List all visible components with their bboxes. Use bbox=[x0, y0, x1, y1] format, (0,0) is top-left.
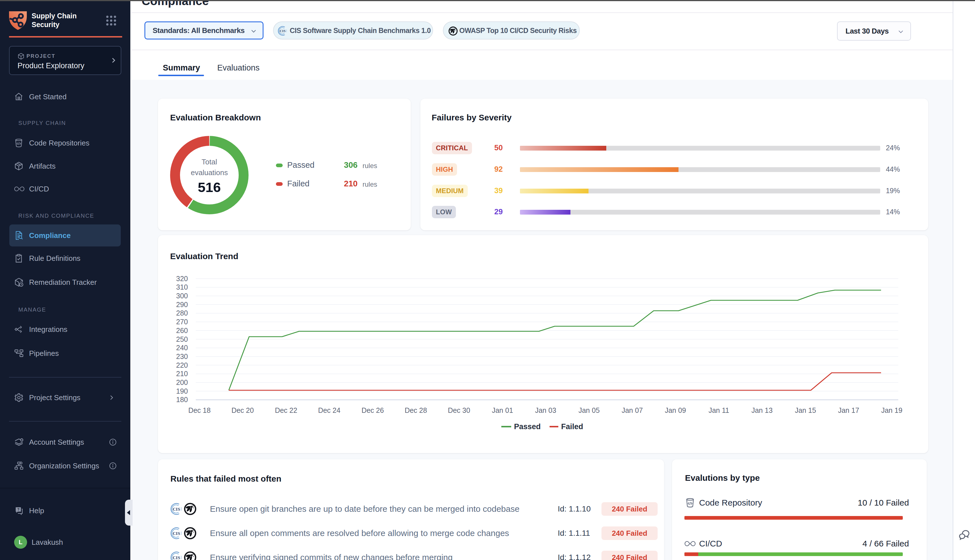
svg-text:200: 200 bbox=[176, 378, 188, 386]
svg-text:Jan 09: Jan 09 bbox=[664, 406, 686, 414]
svg-text:Jan 13: Jan 13 bbox=[751, 406, 773, 414]
svg-text:280: 280 bbox=[176, 309, 188, 317]
svg-text:Jan 15: Jan 15 bbox=[795, 406, 816, 414]
svg-text:260: 260 bbox=[176, 327, 188, 334]
svg-text:Jan 01: Jan 01 bbox=[492, 406, 513, 414]
svg-text:Jan 05: Jan 05 bbox=[578, 406, 599, 414]
svg-text:Dec 24: Dec 24 bbox=[318, 406, 340, 414]
svg-text:230: 230 bbox=[176, 352, 188, 360]
svg-text:300: 300 bbox=[176, 292, 188, 300]
svg-text:240: 240 bbox=[176, 344, 188, 352]
svg-text:Jan 11: Jan 11 bbox=[708, 406, 729, 414]
svg-text:Jan 19: Jan 19 bbox=[881, 406, 902, 414]
svg-text:Dec 18: Dec 18 bbox=[188, 406, 210, 414]
svg-text:320: 320 bbox=[176, 275, 188, 283]
svg-text:250: 250 bbox=[176, 335, 188, 343]
svg-text:Dec 30: Dec 30 bbox=[448, 406, 470, 414]
svg-text:Dec 20: Dec 20 bbox=[231, 406, 254, 414]
svg-text:220: 220 bbox=[176, 361, 188, 369]
svg-text:Passed: Passed bbox=[514, 422, 541, 431]
svg-text:180: 180 bbox=[176, 396, 188, 403]
svg-text:210: 210 bbox=[176, 370, 188, 378]
svg-text:190: 190 bbox=[176, 387, 188, 395]
svg-text:Failed: Failed bbox=[561, 422, 583, 431]
svg-text:Jan 03: Jan 03 bbox=[535, 406, 556, 414]
svg-text:?: ? bbox=[17, 507, 20, 512]
svg-text:Jan 07: Jan 07 bbox=[621, 406, 643, 414]
svg-text:Jan 17: Jan 17 bbox=[838, 406, 859, 414]
svg-text:Dec 26: Dec 26 bbox=[361, 406, 384, 414]
svg-text:270: 270 bbox=[176, 318, 188, 326]
svg-text:290: 290 bbox=[176, 301, 188, 308]
svg-text:Dec 22: Dec 22 bbox=[275, 406, 297, 414]
svg-text:310: 310 bbox=[176, 283, 188, 291]
svg-text:Dec 28: Dec 28 bbox=[404, 406, 427, 414]
